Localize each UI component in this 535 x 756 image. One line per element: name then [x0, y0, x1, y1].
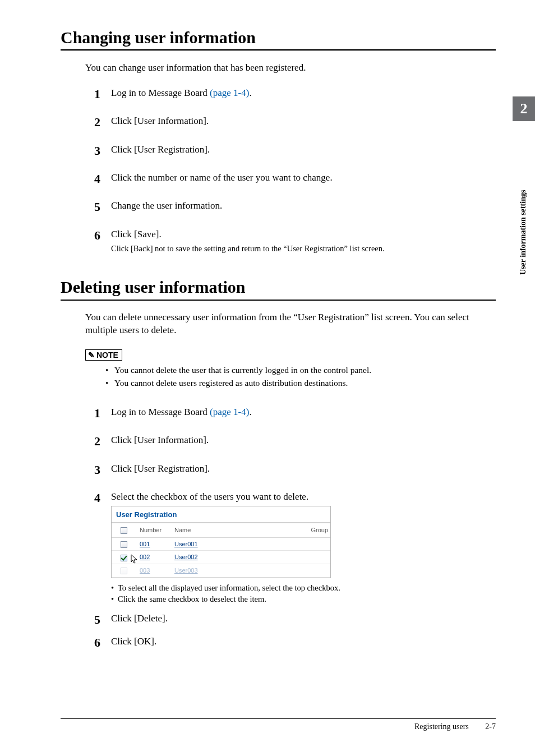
step: 2 Click [User Information]. [94, 115, 496, 130]
table-row: 001 User001 [112, 537, 330, 551]
step: 3 Click [User Registration]. [94, 463, 496, 477]
column-header-name: Name [171, 523, 303, 537]
step-text: Log in to Message Board [111, 407, 210, 417]
cursor-icon [131, 554, 139, 564]
step-number: 2 [94, 115, 111, 130]
user-name-link[interactable]: User002 [174, 554, 198, 560]
user-name-link[interactable]: User003 [174, 567, 198, 574]
table-header-row: Number Name Group [112, 523, 330, 537]
note-label: NOTE [96, 351, 118, 359]
table-row: 002 User002 [112, 551, 330, 564]
step-text: Change the user information. [111, 200, 222, 211]
page-footer: Registering users 2-7 [61, 718, 496, 731]
screenshot-note-item: To select all the displayed user informa… [118, 583, 340, 594]
footer-page-number: 2-7 [485, 722, 496, 731]
step-number: 1 [94, 87, 111, 102]
bullet-icon: • [105, 377, 114, 389]
bullet-icon: • [105, 364, 114, 376]
bullet-icon: • [111, 594, 118, 605]
user-registration-screenshot: User Registration Number Name Group [111, 506, 331, 578]
step-text: Click [OK]. [111, 636, 156, 647]
table-row: 003 User003 [112, 564, 330, 578]
step-number: 5 [94, 200, 111, 214]
step-number: 1 [94, 406, 111, 421]
step: 1 Log in to Message Board (page 1-4). [94, 406, 496, 421]
step-text: Select the checkbox of the users you wan… [111, 491, 496, 504]
step-text: Click [Delete]. [111, 613, 168, 624]
step-text: Click the number or name of the user you… [111, 172, 333, 183]
screenshot-title: User Registration [112, 506, 330, 522]
bullet-icon: • [111, 583, 118, 594]
step-number: 3 [94, 463, 111, 477]
step-text-post: . [249, 407, 251, 417]
section2-intro: You can delete unnecessary user informat… [85, 311, 496, 338]
step: 5 Change the user information. [94, 200, 496, 214]
section1-steps: 1 Log in to Message Board (page 1-4). 2 … [94, 87, 496, 254]
note-icon: ✎ [88, 351, 95, 359]
row-checkbox[interactable] [121, 541, 127, 548]
row-checkbox-cell [112, 564, 136, 578]
step: 5 Click [Delete]. [94, 612, 496, 627]
heading-changing-user-info: Changing user information [61, 28, 496, 51]
row-checkbox[interactable] [121, 568, 127, 574]
column-header-number: Number [136, 523, 171, 537]
screenshot-note-item: Click the same checkbox to deselect the … [118, 594, 266, 605]
step-text: Click [User Registration]. [111, 463, 210, 474]
step-number: 5 [94, 612, 111, 627]
step: 6 Click [OK]. [94, 635, 496, 650]
section1-intro: You can change user information that has… [85, 61, 496, 75]
select-all-checkbox[interactable] [121, 527, 127, 534]
step-number: 6 [94, 635, 111, 650]
step: 4 Click the number or name of the user y… [94, 172, 496, 186]
note-list: •You cannot delete the user that is curr… [105, 364, 496, 389]
row-checkbox-cell [112, 537, 136, 551]
heading-deleting-user-info: Deleting user information [61, 278, 496, 301]
step-number: 2 [94, 434, 111, 449]
step: 4 Select the checkbox of the users you w… [94, 491, 496, 605]
step-subtext: Click [Back] not to save the setting and… [111, 243, 496, 254]
step-text: Click [User Registration]. [111, 144, 210, 155]
user-name-link[interactable]: User001 [174, 541, 198, 547]
row-checkbox[interactable] [121, 555, 127, 561]
screenshot-notes: •To select all the displayed user inform… [111, 583, 496, 605]
footer-section-name: Registering users [414, 722, 469, 731]
note-item: You cannot delete users registered as au… [114, 377, 348, 389]
page-link[interactable]: (page 1-4) [210, 407, 249, 417]
user-number-link[interactable]: 003 [140, 567, 150, 574]
user-number-link[interactable]: 001 [140, 541, 150, 547]
step-text: Click [Save]. [111, 228, 496, 241]
user-number-link[interactable]: 002 [140, 554, 150, 560]
step: 6 Click [Save]. Click [Back] not to save… [94, 228, 496, 254]
row-checkbox-cell [112, 551, 136, 564]
step-number: 6 [94, 228, 111, 243]
column-header-group: Group [303, 523, 330, 537]
step: 3 Click [User Registration]. [94, 144, 496, 158]
page-link[interactable]: (page 1-4) [210, 87, 249, 98]
step-text: Click [User Information]. [111, 435, 209, 445]
step: 2 Click [User Information]. [94, 434, 496, 449]
step-number: 3 [94, 144, 111, 158]
step-number: 4 [94, 172, 111, 186]
note-item: You cannot delete the user that is curre… [114, 364, 371, 376]
note-label-box: ✎NOTE [85, 349, 122, 361]
step-number: 4 [94, 491, 111, 505]
step-text-post: . [249, 87, 251, 98]
section2-steps: 1 Log in to Message Board (page 1-4). 2 … [94, 406, 496, 650]
step-text: Log in to Message Board [111, 87, 210, 98]
step: 1 Log in to Message Board (page 1-4). [94, 87, 496, 102]
user-table: Number Name Group 001 User001 [112, 523, 330, 578]
step-text: Click [User Information]. [111, 116, 209, 126]
select-all-cell [112, 523, 136, 537]
